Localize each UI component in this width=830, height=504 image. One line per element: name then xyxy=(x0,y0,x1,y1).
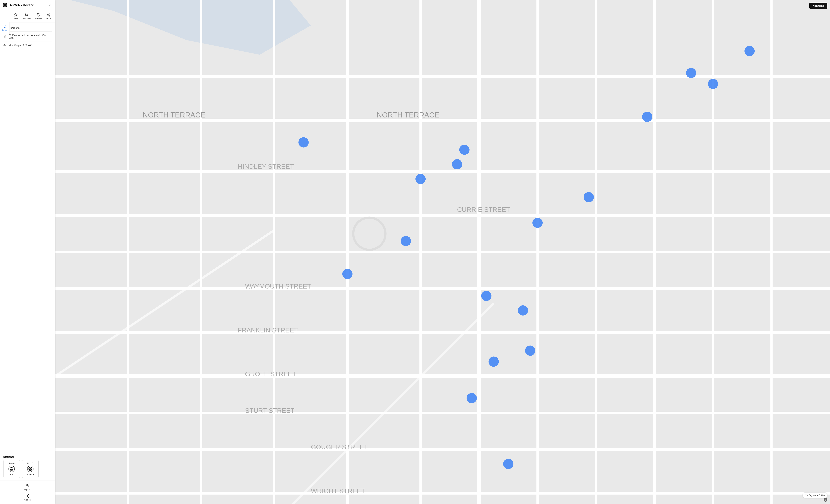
port-a-label: Port A xyxy=(9,462,14,465)
svg-text:NORTH TERRACE: NORTH TERRACE xyxy=(143,111,205,119)
info-button[interactable]: i xyxy=(824,498,827,502)
save-icon xyxy=(14,13,18,16)
website-label: Website xyxy=(35,17,42,20)
map-container[interactable]: NORTH TERRACE NORTH TERRACE HINDLEY STRE… xyxy=(55,0,830,504)
directions-label: Directions xyxy=(22,17,31,20)
svg-text:NORTH TERRACE: NORTH TERRACE xyxy=(377,111,439,119)
svg-line-15 xyxy=(48,15,49,15)
svg-text:CURRIE STREET: CURRIE STREET xyxy=(457,206,510,213)
ccs2-icon xyxy=(8,466,15,472)
svg-point-84 xyxy=(342,269,352,279)
sign-up-nav[interactable]: Sign Up xyxy=(0,482,55,492)
station-port-a: Port A CCS2 xyxy=(3,460,20,478)
output-text: Max Output: 124 kW xyxy=(9,44,31,46)
svg-point-24 xyxy=(12,470,13,470)
svg-text:HINDLEY STREET: HINDLEY STREET xyxy=(238,163,294,170)
save-label: Save xyxy=(13,17,18,20)
close-button[interactable]: × xyxy=(47,3,52,7)
svg-point-21 xyxy=(11,467,12,468)
svg-point-33 xyxy=(27,484,28,486)
saved-nav-label: Saved xyxy=(2,29,7,31)
chademo-icon xyxy=(27,466,34,472)
svg-point-23 xyxy=(11,470,11,470)
info-section: Chargefox 20 Playhouse Lane, Adelaide, S… xyxy=(0,23,55,453)
stations-header: Stations: xyxy=(0,453,55,460)
location-title: NRMA - K-Park xyxy=(10,3,34,7)
svg-point-72 xyxy=(708,79,718,89)
svg-point-20 xyxy=(12,468,13,469)
share-action[interactable]: Share xyxy=(44,12,53,20)
bottom-nav: Sign Up Sign In xyxy=(0,480,55,504)
svg-point-74 xyxy=(642,112,652,122)
port-a-type: CCS2 xyxy=(9,473,14,476)
svg-text:GOUGER STREET: GOUGER STREET xyxy=(311,443,368,450)
coffee-button[interactable]: Buy me a Coffee xyxy=(802,492,827,498)
svg-point-88 xyxy=(503,459,513,469)
svg-point-87 xyxy=(467,393,477,403)
save-action[interactable]: Save xyxy=(12,12,20,20)
sidebar: NRMA - K-Park × Saved Save Directions xyxy=(0,0,55,504)
svg-point-32 xyxy=(30,468,31,469)
svg-point-80 xyxy=(401,236,411,246)
svg-point-19 xyxy=(10,468,11,469)
address-text: 20 Playhouse Lane, Adelaide, SA, 5000 xyxy=(9,34,52,39)
svg-marker-7 xyxy=(14,13,17,16)
address-icon xyxy=(3,35,7,38)
svg-point-31 xyxy=(31,470,32,470)
svg-point-75 xyxy=(298,137,309,147)
map-svg: NORTH TERRACE NORTH TERRACE HINDLEY STRE… xyxy=(55,0,830,504)
directions-action[interactable]: Directions xyxy=(20,12,32,20)
website-icon xyxy=(36,13,40,16)
svg-point-85 xyxy=(525,346,535,356)
svg-point-29 xyxy=(31,468,32,468)
network-text: Chargefox xyxy=(9,27,20,29)
svg-text:STURT STREET: STURT STREET xyxy=(245,407,294,414)
svg-point-12 xyxy=(49,13,50,14)
sign-up-icon xyxy=(26,484,29,488)
output-row: Max Output: 124 kW xyxy=(3,41,52,49)
port-b-label: Port B xyxy=(27,462,33,465)
svg-point-79 xyxy=(533,217,543,228)
sign-in-nav[interactable]: Sign In xyxy=(0,493,55,502)
sign-in-label: Sign In xyxy=(24,499,30,501)
station-port-b: Port B Chademo xyxy=(22,460,39,478)
svg-point-81 xyxy=(583,192,594,202)
action-bar: Save Directions Website xyxy=(10,10,55,23)
port-b-type: Chademo xyxy=(26,473,35,476)
svg-point-82 xyxy=(481,291,491,301)
svg-point-78 xyxy=(415,174,425,184)
share-icon xyxy=(47,13,51,16)
svg-point-6 xyxy=(4,26,5,27)
svg-point-77 xyxy=(459,144,470,155)
svg-point-14 xyxy=(49,15,50,16)
svg-point-25 xyxy=(11,470,12,471)
svg-text:WRIGHT STREET: WRIGHT STREET xyxy=(311,487,365,495)
network-row: Chargefox xyxy=(3,24,52,32)
sidebar-item-saved[interactable]: Saved xyxy=(0,23,9,33)
svg-point-86 xyxy=(488,357,499,367)
svg-point-28 xyxy=(29,468,30,468)
networks-button[interactable]: Networks xyxy=(809,3,827,9)
directions-icon xyxy=(25,13,28,16)
svg-point-26 xyxy=(27,466,33,472)
sign-up-label: Sign Up xyxy=(24,489,31,491)
website-action[interactable]: Website xyxy=(33,12,44,20)
svg-text:WAYMOUTH STREET: WAYMOUTH STREET xyxy=(245,282,311,290)
sign-in-icon xyxy=(26,494,29,498)
svg-point-13 xyxy=(47,14,48,15)
stations-grid: Port A CCS2 Port B xyxy=(0,460,55,480)
address-row: 20 Playhouse Lane, Adelaide, SA, 5000 xyxy=(3,32,52,41)
app-logo-icon xyxy=(2,2,8,8)
share-label: Share xyxy=(46,17,51,20)
svg-point-73 xyxy=(744,46,755,56)
svg-text:GROTE STREET: GROTE STREET xyxy=(245,370,296,377)
output-icon xyxy=(3,43,7,47)
coffee-label: Buy me a Coffee xyxy=(809,494,825,497)
svg-point-76 xyxy=(452,159,462,169)
svg-point-30 xyxy=(29,470,30,470)
svg-text:FRANKLIN STREET: FRANKLIN STREET xyxy=(238,327,298,334)
svg-point-27 xyxy=(29,467,32,471)
coffee-icon xyxy=(805,494,808,497)
svg-line-16 xyxy=(48,14,49,14)
svg-point-71 xyxy=(686,68,696,78)
